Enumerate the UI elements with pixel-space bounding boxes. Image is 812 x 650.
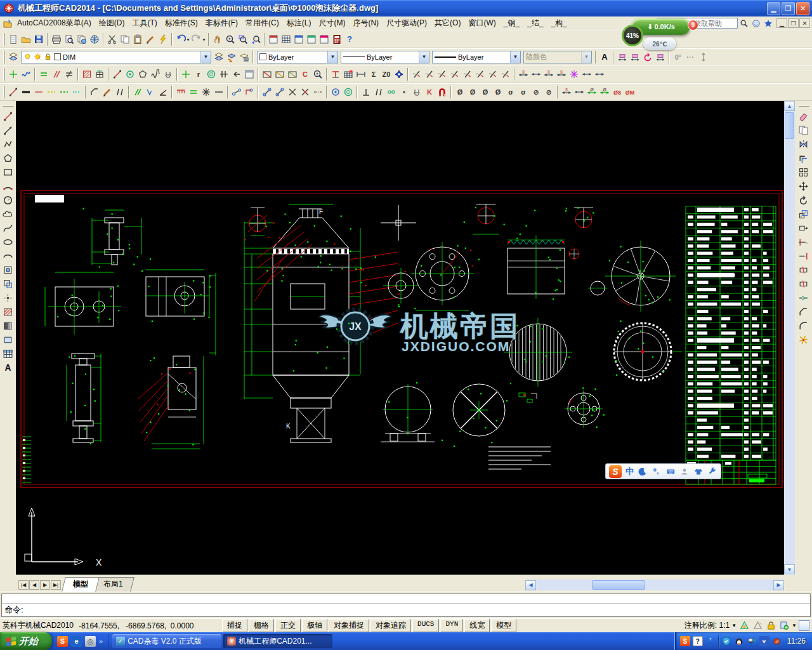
vertical-scrollbar[interactable]: ▲ ▼: [784, 101, 795, 574]
sogou-ime-bar[interactable]: S 中: [605, 463, 721, 479]
break-6-button[interactable]: [474, 68, 487, 81]
start-button[interactable]: 开始: [0, 632, 52, 650]
quicklaunch-browser-icon[interactable]: ◎: [85, 636, 96, 647]
save-file-button[interactable]: [32, 33, 45, 46]
snap-cross-button[interactable]: [180, 68, 192, 81]
comb-red-button[interactable]: [174, 86, 187, 98]
tangent-circles-button[interactable]: [385, 86, 398, 98]
polyline-button[interactable]: [2, 138, 15, 150]
status-toggle-栅格[interactable]: 栅格: [249, 619, 274, 632]
close-button[interactable]: ✕: [796, 2, 809, 15]
offset-button[interactable]: [797, 152, 810, 164]
ime-mode-chinese[interactable]: 中: [625, 466, 634, 477]
quicklaunch-overflow-chevron[interactable]: »: [99, 637, 103, 645]
tray-audio-icon[interactable]: [772, 636, 782, 646]
dim-green-1-button[interactable]: Ø: [586, 86, 598, 98]
plot-button[interactable]: [50, 33, 63, 46]
drawing-canvas[interactable]: JX机械帝国JXDIGUO.COMXFK S 中: [16, 101, 784, 574]
magnet-snap-button[interactable]: [436, 86, 449, 98]
dim-quick-1-button[interactable]: 8: [517, 68, 530, 81]
dim-green-2-button[interactable]: Ø: [598, 86, 611, 98]
tray-collapse-icon[interactable]: ꜛ: [705, 636, 716, 646]
menu-item-9[interactable]: 尺寸驱动(P): [383, 17, 431, 29]
dash-dot-button[interactable]: [311, 86, 324, 98]
chamfer-button[interactable]: [797, 305, 810, 318]
scroll-right-button[interactable]: ▶: [773, 580, 784, 590]
status-toggle-DUCS[interactable]: DUCS: [412, 619, 439, 632]
publish-button[interactable]: [75, 33, 88, 46]
corner-node-button[interactable]: [243, 86, 256, 98]
zoom-realtime-button[interactable]: [224, 33, 237, 46]
annotation-visibility-icon[interactable]: [738, 620, 750, 632]
communication-center-icon[interactable]: [750, 18, 761, 29]
layer-combo[interactable]: DIM ▼: [21, 51, 211, 63]
ellipse-button[interactable]: [2, 235, 15, 248]
spline-button[interactable]: [2, 222, 15, 234]
scroll-left-button[interactable]: ◀: [525, 580, 536, 590]
surface-a-button[interactable]: [261, 68, 273, 81]
snap-point-button[interactable]: [7, 68, 20, 81]
double-gate-button[interactable]: [218, 68, 230, 81]
diameter-2-button[interactable]: Ø: [466, 86, 479, 98]
diameter-8-button[interactable]: ⊘: [542, 86, 555, 98]
circle-button[interactable]: [2, 194, 15, 206]
new-file-button[interactable]: [7, 33, 20, 46]
trim-button[interactable]: [797, 235, 810, 248]
diameter-6-button[interactable]: σ: [517, 86, 530, 98]
scroll-up-button[interactable]: ▲: [784, 101, 795, 111]
coordinates-display[interactable]: -8164.7555, -6869.5768, 0.0000: [79, 621, 215, 630]
parallel-vertical-button[interactable]: [114, 86, 126, 98]
surface-b-button[interactable]: [273, 68, 286, 81]
frame-tool-button[interactable]: [243, 68, 256, 81]
freehand-sketch-button[interactable]: [149, 68, 162, 81]
lineweight-combo-arrow[interactable]: ▼: [510, 51, 520, 63]
parallel-snap-button[interactable]: [372, 86, 385, 98]
point-button[interactable]: [2, 291, 15, 304]
perpendicular-button[interactable]: [360, 86, 372, 98]
scroll-down-button[interactable]: ▼: [784, 564, 795, 574]
status-toggle-捕捉[interactable]: 捕捉: [222, 619, 247, 632]
break-3-button[interactable]: [436, 68, 449, 81]
zoom-previous-button[interactable]: [249, 33, 262, 46]
array-button[interactable]: [797, 166, 810, 178]
pan-button[interactable]: [211, 33, 224, 46]
angle-measure-button[interactable]: [157, 86, 169, 98]
arc-button[interactable]: [2, 180, 15, 192]
ellipse-arc-button[interactable]: [2, 249, 15, 262]
color-combo-arrow[interactable]: ▼: [327, 51, 337, 63]
tab-model[interactable]: 模型: [62, 577, 100, 592]
ime-skin-shirt-icon[interactable]: [693, 467, 704, 477]
help-button[interactable]: ?: [343, 33, 356, 46]
detail-find-button[interactable]: [311, 68, 324, 81]
quicklaunch-sogou-icon[interactable]: S: [57, 636, 68, 647]
color-combo[interactable]: ByLayer ▼: [257, 51, 338, 63]
menu-item-2[interactable]: 工具(T): [128, 17, 160, 29]
menu-item-1[interactable]: 绘图(D): [95, 17, 129, 29]
point-snap-button[interactable]: [398, 86, 410, 98]
pipe-symbol-button[interactable]: [162, 68, 174, 81]
status-menu-caret[interactable]: ▼: [792, 623, 797, 628]
diameter-5-button[interactable]: σ: [504, 86, 517, 98]
undo-button[interactable]: [174, 33, 187, 46]
hatch-region-button[interactable]: [81, 68, 93, 81]
match-properties-button[interactable]: [144, 33, 157, 46]
clean-screen-button[interactable]: [799, 620, 809, 631]
ime-keyboard-icon[interactable]: [665, 467, 676, 477]
table-button[interactable]: [2, 347, 15, 360]
draft-wave-button[interactable]: [20, 68, 32, 81]
surface-c-button[interactable]: [286, 68, 299, 81]
status-tray-settings-icon[interactable]: [778, 620, 790, 632]
line-yellow-dash-button[interactable]: [45, 86, 58, 98]
vee-blue-button[interactable]: [144, 86, 157, 98]
cross-2-button[interactable]: [299, 86, 311, 98]
dia-8-button[interactable]: Ø8: [611, 86, 624, 98]
menu-item-12[interactable]: _钢_: [500, 17, 523, 29]
command-history[interactable]: [2, 594, 810, 603]
z-zero-button[interactable]: Z0: [380, 68, 393, 81]
polyline-thick-button[interactable]: [20, 86, 32, 98]
grid-red-button[interactable]: [342, 68, 355, 81]
parallel-green-button[interactable]: [37, 68, 50, 81]
layer-states-button[interactable]: [238, 51, 251, 63]
snap-insert-button[interactable]: [410, 86, 423, 98]
quick-calc-button[interactable]: [157, 33, 169, 46]
